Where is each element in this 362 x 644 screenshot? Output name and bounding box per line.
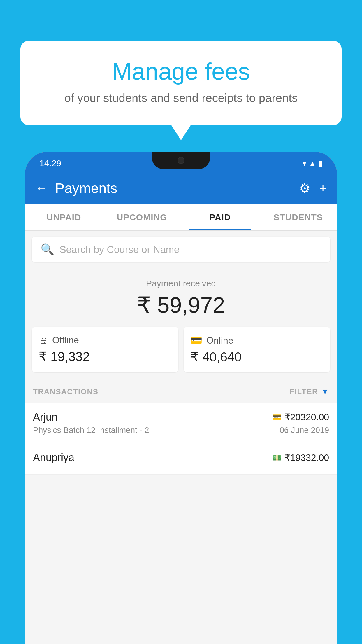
offline-card: 🖨 Offline ₹ 19,332 [32, 327, 178, 372]
payment-received-label: Payment received [25, 279, 337, 288]
app-bar: ← Payments ⚙ + [25, 172, 337, 204]
online-card: 💳 Online ₹ 40,640 [184, 327, 330, 372]
transaction-row[interactable]: Arjun 💳 ₹20320.00 Physics Batch 12 Insta… [25, 403, 337, 443]
transaction-amount-wrap: 💵 ₹19332.00 [272, 452, 329, 463]
payment-summary: Payment received ₹ 59,972 [25, 268, 337, 327]
transaction-name: Arjun [33, 411, 57, 423]
payment-total-amount: ₹ 59,972 [25, 292, 337, 318]
back-button[interactable]: ← [35, 181, 48, 195]
offline-icon: 🖨 [39, 335, 48, 346]
status-icons: ▾ ▲ ▮ [303, 159, 323, 168]
app-content: 🔍 Search by Course or Name Payment recei… [25, 231, 337, 475]
payment-cards: 🖨 Offline ₹ 19,332 💳 Online ₹ 40,640 [25, 327, 337, 381]
filter-icon: ▼ [321, 387, 329, 396]
inner-screen: 14:29 ▾ ▲ ▮ ← Payments ⚙ + UNPAID [25, 152, 337, 644]
transactions-header: TRANSACTIONS FILTER ▼ [25, 381, 337, 403]
transaction-amount: ₹19332.00 [284, 452, 329, 463]
transactions-label: TRANSACTIONS [33, 387, 99, 396]
search-icon: 🔍 [41, 243, 54, 256]
speech-bubble-container: Manage fees of your students and send re… [20, 41, 342, 125]
offline-amount: ₹ 19,332 [39, 349, 171, 364]
phone-camera [178, 157, 184, 164]
transaction-top: Arjun 💳 ₹20320.00 [33, 411, 329, 423]
wifi-icon: ▾ [303, 159, 306, 168]
tab-students[interactable]: STUDENTS [259, 204, 337, 230]
transaction-bottom: Physics Batch 12 Installment - 2 06 June… [33, 426, 329, 435]
search-input-placeholder[interactable]: Search by Course or Name [59, 244, 180, 255]
toolbar-icons: ⚙ + [299, 181, 327, 196]
bubble-title: Manage fees [44, 58, 318, 85]
add-icon[interactable]: + [319, 181, 327, 195]
online-amount: ₹ 40,640 [191, 349, 323, 364]
online-label: Online [206, 335, 233, 346]
transaction-amount-wrap: 💳 ₹20320.00 [272, 412, 329, 423]
bubble-subtitle: of your students and send receipts to pa… [44, 92, 318, 105]
transaction-method-icon: 💵 [272, 453, 282, 462]
transaction-row[interactable]: Anupriya 💵 ₹19332.00 [25, 443, 337, 475]
signal-icon: ▲ [309, 159, 316, 168]
offline-label: Offline [52, 335, 79, 346]
transaction-date: 06 June 2019 [280, 426, 329, 435]
transaction-course: Physics Batch 12 Installment - 2 [33, 426, 149, 435]
search-bar[interactable]: 🔍 Search by Course or Name [32, 237, 330, 262]
tabs-container: UNPAID UPCOMING PAID STUDENTS [25, 204, 337, 231]
transaction-name: Anupriya [33, 452, 74, 464]
speech-bubble: Manage fees of your students and send re… [20, 41, 342, 125]
tab-paid[interactable]: PAID [181, 204, 259, 230]
phone-notch [152, 152, 210, 169]
online-icon: 💳 [191, 335, 202, 346]
filter-button[interactable]: FILTER ▼ [289, 387, 329, 396]
transaction-amount: ₹20320.00 [284, 412, 329, 423]
filter-label: FILTER [289, 387, 318, 396]
settings-icon[interactable]: ⚙ [299, 181, 310, 196]
online-card-header: 💳 Online [191, 335, 323, 346]
status-time: 14:29 [39, 158, 61, 168]
tab-upcoming[interactable]: UPCOMING [103, 204, 181, 230]
battery-icon: ▮ [319, 159, 323, 168]
offline-card-header: 🖨 Offline [39, 335, 171, 346]
phone-frame: 14:29 ▾ ▲ ▮ ← Payments ⚙ + UNPAID [25, 152, 337, 644]
phone-container: 14:29 ▾ ▲ ▮ ← Payments ⚙ + UNPAID [25, 152, 337, 644]
app-title: Payments [55, 180, 292, 196]
transaction-method-icon: 💳 [272, 413, 282, 422]
tab-unpaid[interactable]: UNPAID [25, 204, 103, 230]
transaction-top: Anupriya 💵 ₹19332.00 [33, 452, 329, 464]
